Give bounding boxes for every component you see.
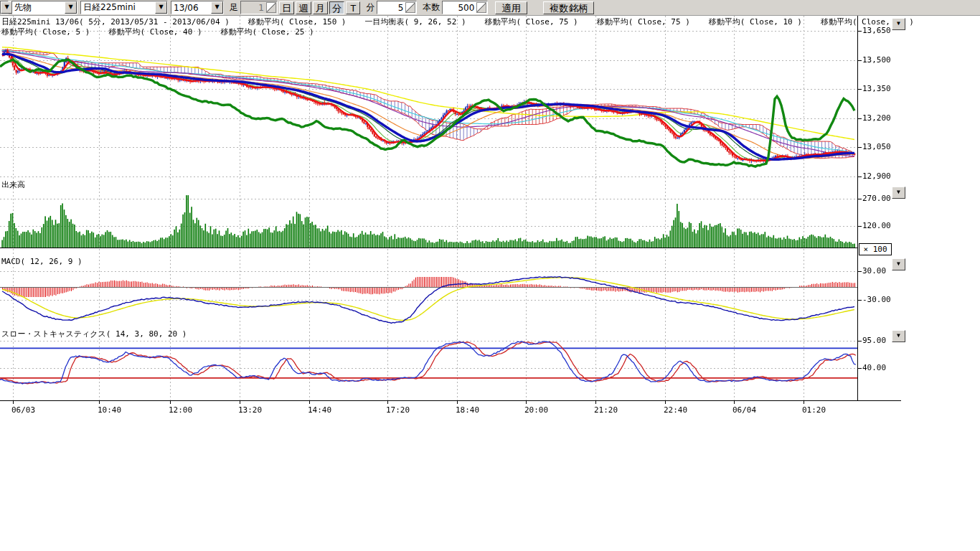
legend-row-1: 日経225mini 13/06( 5分, 2013/05/31 - 2013/0…	[1, 17, 914, 27]
partial-combobox[interactable]: ▼	[0, 1, 9, 14]
chevron-down-icon: ▼	[897, 189, 900, 195]
bar-count-value: 1	[241, 3, 265, 13]
chevron-down-icon: ▼	[897, 20, 900, 27]
y-axis-volume-label: 120.00	[862, 221, 891, 230]
y-axis-price-label: 13,650	[862, 26, 891, 35]
market-select[interactable]: 先物 ▼	[11, 1, 77, 14]
chevron-down-icon[interactable]: ▼	[155, 1, 167, 14]
interval-value: 5	[377, 3, 405, 13]
legend-ma25: 移動平均( Close, 25 )	[221, 27, 314, 37]
multi-symbol-button[interactable]: 複数銘柄	[543, 1, 594, 14]
bar-type-label: 足	[230, 1, 238, 14]
toolbar: ▼ 先物 ▼ 日経225mini ▼ 13/06 ▼ 足 1 日 週 月 分 T…	[0, 0, 980, 16]
stoch-panel-title: スロー・ストキャスティクス( 14, 3, 80, 20 )	[1, 329, 187, 339]
count-label: 本数	[423, 1, 440, 14]
volume-scale-dropdown-button[interactable]: ▼	[892, 187, 905, 199]
x-axis-time-label: 14:40	[308, 405, 331, 415]
x-axis-time-label: 20:00	[524, 405, 548, 415]
contract-month-select[interactable]: 13/06 ▼	[171, 1, 224, 14]
chart-canvas[interactable]	[0, 0, 980, 551]
legend-series-title: 日経225mini 13/06( 5分, 2013/05/31 - 2013/0…	[1, 17, 230, 27]
spinner-button-icon[interactable]	[266, 2, 276, 13]
bar-count-spinner[interactable]: 1	[240, 1, 278, 14]
x-axis-time-label: 22:40	[664, 405, 687, 415]
volume-panel-title: 出来高	[1, 179, 25, 190]
x-axis-time-label: 21:20	[594, 405, 618, 415]
x-axis-time-label: 13:20	[238, 405, 262, 415]
macd-panel-title: MACD( 12, 26, 9 )	[1, 257, 83, 266]
y-axis-stoch-label: 40.00	[862, 363, 886, 372]
volume-multiplier-badge: × 100	[859, 243, 892, 255]
legend-ma5: 移動平均( Close, 5 )	[1, 27, 90, 37]
legend-ma150: 移動平均( Close, 150 )	[248, 17, 347, 27]
chevron-down-icon[interactable]: ▼	[65, 1, 77, 14]
timeframe-day-button[interactable]: 日	[279, 1, 294, 14]
market-select-value: 先物	[12, 1, 65, 14]
spinner-button-icon[interactable]	[405, 2, 415, 13]
legend-ma40: 移動平均( Close, 40 )	[108, 27, 202, 37]
y-axis-stoch-label: 95.00	[862, 336, 886, 345]
x-axis-time-label: 06/04	[732, 405, 756, 415]
y-axis-volume-label: 270.00	[862, 194, 891, 203]
spinner-button-icon[interactable]	[476, 2, 486, 13]
legend-row-2: 移動平均( Close, 5 ) 移動平均( Close, 40 ) 移動平均(…	[1, 27, 314, 37]
interval-label: 分	[366, 1, 374, 14]
chevron-down-icon[interactable]: ▼	[211, 1, 223, 14]
chevron-down-icon: ▼	[897, 332, 900, 339]
legend-ma75a: 移動平均( Close, 75 )	[485, 17, 578, 27]
macd-scale-dropdown-button[interactable]: ▼	[892, 258, 905, 270]
symbol-select-value: 日経225mini	[81, 1, 155, 14]
timeframe-minute-button[interactable]: 分	[329, 1, 344, 14]
x-axis-time-label: 17:20	[386, 405, 410, 415]
interval-spinner[interactable]: 5	[377, 1, 417, 14]
y-axis-price-label: 13,200	[862, 113, 891, 123]
y-axis-price-label: 13,050	[862, 142, 891, 151]
x-axis-time-label: 12:00	[169, 405, 192, 415]
x-axis-time-label: 06/03	[11, 405, 35, 415]
stoch-scale-dropdown-button[interactable]: ▼	[892, 330, 905, 342]
x-axis-time-label: 10:40	[98, 405, 121, 415]
y-axis-price-label: 12,900	[862, 171, 891, 181]
legend-ma10: 移動平均( Close, 10 )	[709, 17, 802, 27]
legend-ichimoku: 一目均衡表( 9, 26, 52 )	[365, 17, 466, 27]
count-spinner[interactable]: 500	[442, 1, 488, 14]
y-axis-price-label: 13,500	[862, 55, 891, 65]
x-axis-time-label: 18:40	[456, 405, 479, 415]
chevron-down-icon: ▼	[897, 260, 900, 267]
contract-month-value: 13/06	[171, 3, 211, 13]
y-axis-macd-label: 30.00	[862, 266, 886, 276]
count-value: 500	[443, 3, 476, 13]
timeframe-week-button[interactable]: 週	[296, 1, 311, 14]
y-axis-macd-label: -30.00	[862, 295, 891, 304]
symbol-select[interactable]: 日経225mini ▼	[80, 1, 168, 14]
legend-ma75b: 移動平均( Close, 75 )	[597, 17, 690, 27]
price-scale-dropdown-button[interactable]: ▼	[892, 18, 905, 30]
timeframe-month-button[interactable]: 月	[313, 1, 328, 14]
y-axis-price-label: 13,350	[862, 84, 891, 93]
timeframe-tick-button[interactable]: T	[346, 1, 360, 14]
apply-button[interactable]: 適用	[495, 1, 527, 14]
x-axis-time-label: 01:20	[802, 405, 826, 415]
